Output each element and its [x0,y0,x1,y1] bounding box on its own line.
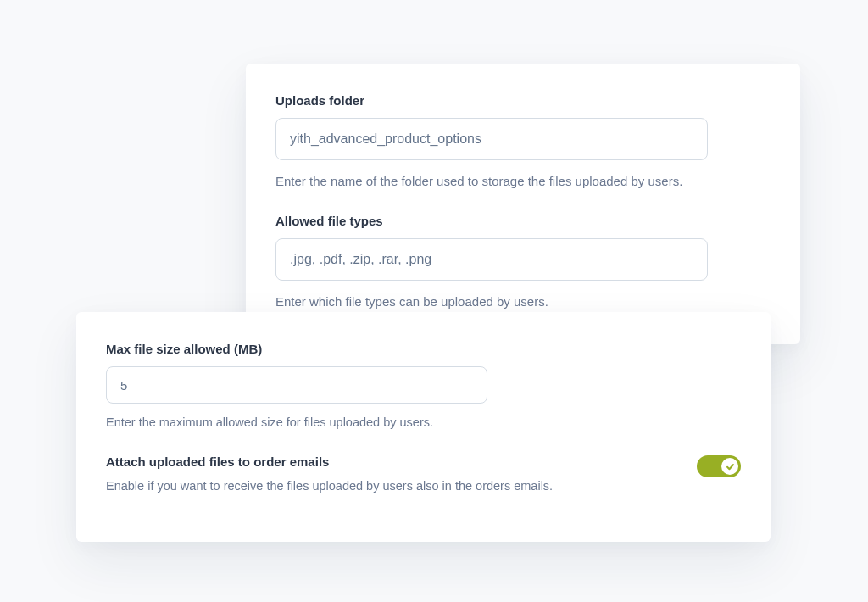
upload-settings-panel-lower: Max file size allowed (MB) Enter the max… [76,312,771,542]
max-file-size-help: Enter the maximum allowed size for files… [106,414,741,431]
uploads-folder-input[interactable] [275,118,708,160]
uploads-folder-group: Uploads folder Enter the name of the fol… [275,93,771,190]
allowed-file-types-label: Allowed file types [275,214,771,228]
attach-emails-toggle[interactable] [697,455,741,477]
attach-emails-help: Enable if you want to receive the files … [106,477,680,494]
max-file-size-label: Max file size allowed (MB) [106,342,741,356]
allowed-file-types-input[interactable] [275,238,708,281]
attach-emails-label: Attach uploaded files to order emails [106,454,680,469]
uploads-folder-help: Enter the name of the folder used to sto… [275,172,771,190]
upload-settings-panel-upper: Uploads folder Enter the name of the fol… [246,64,800,344]
allowed-file-types-group: Allowed file types Enter which file type… [275,214,771,310]
uploads-folder-label: Uploads folder [275,93,771,108]
check-icon [721,458,738,475]
attach-emails-group: Attach uploaded files to order emails En… [106,454,741,494]
allowed-file-types-help: Enter which file types can be uploaded b… [275,293,771,310]
max-file-size-input[interactable] [106,366,487,404]
max-file-size-group: Max file size allowed (MB) Enter the max… [106,342,741,431]
